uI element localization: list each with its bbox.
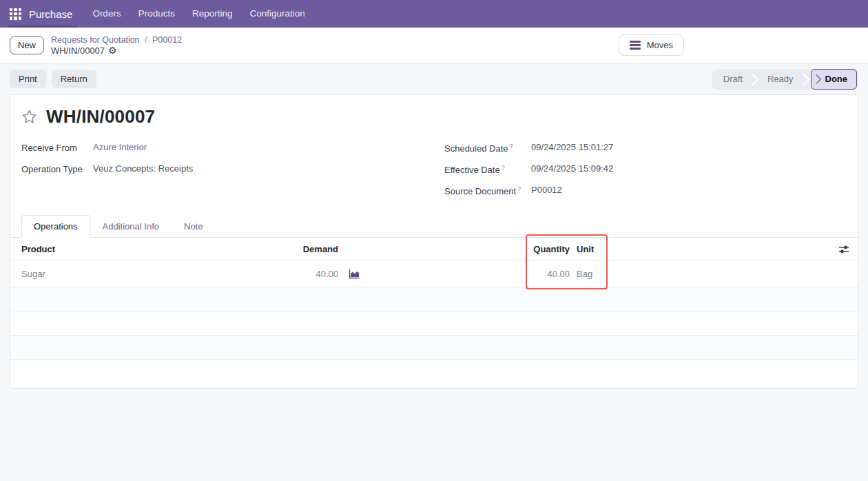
star-outline-icon[interactable] — [21, 109, 37, 125]
page-title: WH/IN/00007 — [46, 106, 155, 127]
operation-type-label: Operation Type — [21, 163, 93, 174]
source-document-label: Source Document? — [444, 185, 531, 196]
gear-icon[interactable]: ⚙ — [108, 45, 117, 55]
status-step-done-active[interactable]: Done — [811, 69, 858, 90]
form-action-bar: Print Return Draft Ready Done — [0, 63, 868, 94]
empty-table-row[interactable] — [10, 287, 858, 311]
help-icon[interactable]: ? — [510, 143, 513, 150]
area-chart-icon[interactable] — [338, 269, 370, 279]
source-document-value: P00012 — [531, 185, 562, 195]
help-icon[interactable]: ? — [517, 185, 521, 192]
column-header-unit[interactable]: Unit — [570, 244, 604, 254]
effective-date-label: Effective Date? — [444, 163, 531, 175]
nav-item-orders[interactable]: Orders — [90, 0, 123, 28]
fields-left-column: Receive From Azure Interior Operation Ty… — [21, 142, 444, 206]
tab-note[interactable]: Note — [172, 215, 215, 238]
cell-unit[interactable]: Bag — [570, 269, 604, 279]
table-header-row: Product Demand Quantity Unit — [10, 238, 858, 261]
operations-table: Product Demand Quantity Unit Sugar 40.00 — [10, 238, 858, 384]
status-chevron-icon — [750, 69, 760, 90]
new-button[interactable]: New — [10, 36, 44, 54]
app-brand-zone[interactable]: Purchase — [10, 0, 78, 28]
scheduled-date-label: Scheduled Date? — [444, 142, 531, 154]
sliders-icon[interactable] — [830, 244, 858, 255]
notebook-tabs: Operations Additional Info Note — [10, 215, 858, 238]
tab-additional-info[interactable]: Additional Info — [90, 215, 172, 238]
nav-item-products[interactable]: Products — [136, 0, 177, 28]
column-header-quantity[interactable]: Quantity — [515, 244, 570, 254]
return-button[interactable]: Return — [52, 70, 96, 88]
operation-type-value: Veuz Concepts: Receipts — [93, 163, 193, 174]
control-panel: New Requests for Quotation / P00012 WH/I… — [0, 28, 868, 63]
moves-smart-button[interactable]: Moves — [619, 34, 684, 56]
app-name[interactable]: Purchase — [29, 8, 72, 20]
empty-table-row[interactable] — [10, 311, 858, 336]
column-header-product[interactable]: Product — [21, 244, 297, 254]
nav-menu: Orders Products Reporting Configuration — [90, 0, 307, 28]
empty-rows — [10, 287, 858, 384]
form-sheet: WH/IN/00007 Receive From Azure Interior … — [10, 94, 858, 389]
help-icon[interactable]: ? — [502, 164, 505, 171]
status-bar: Draft Ready Done — [712, 69, 858, 90]
status-step-ready[interactable]: Ready — [760, 69, 801, 90]
receive-from-label: Receive From — [21, 142, 93, 153]
scheduled-date-value[interactable]: 09/24/2025 15:01:27 — [531, 142, 613, 152]
breadcrumb-separator: / — [145, 35, 147, 45]
empty-table-row[interactable] — [10, 336, 858, 360]
apps-menu-icon[interactable] — [10, 8, 21, 20]
column-header-demand[interactable]: Demand — [297, 244, 338, 254]
status-step-draft[interactable]: Draft — [716, 69, 750, 90]
status-chevron-icon — [801, 69, 811, 90]
cell-demand[interactable]: 40.00 — [297, 269, 338, 279]
fields-right-column: Scheduled Date? 09/24/2025 15:01:27 Effe… — [444, 142, 847, 206]
cell-quantity[interactable]: 40.00 — [515, 269, 570, 279]
table-row-sugar[interactable]: Sugar 40.00 40.00 Bag — [10, 261, 858, 287]
breadcrumb-requests-for-quotation[interactable]: Requests for Quotation — [51, 35, 140, 45]
tab-operations[interactable]: Operations — [21, 215, 90, 238]
print-button[interactable]: Print — [10, 70, 46, 88]
nav-item-configuration[interactable]: Configuration — [247, 0, 307, 28]
receive-from-value[interactable]: Azure Interior — [93, 142, 147, 152]
breadcrumb: Requests for Quotation / P00012 WH/IN/00… — [51, 35, 182, 56]
moves-button-label: Moves — [647, 40, 673, 50]
effective-date-value: 09/24/2025 15:09:42 — [531, 163, 613, 174]
nav-item-reporting[interactable]: Reporting — [190, 0, 235, 28]
breadcrumb-p00012[interactable]: P00012 — [152, 35, 182, 45]
breadcrumb-current-record: WH/IN/00007 — [51, 45, 105, 56]
top-navbar: Purchase Orders Products Reporting Confi… — [0, 0, 868, 28]
empty-table-row[interactable] — [10, 360, 858, 384]
stacked-bars-icon — [630, 41, 641, 50]
cell-product[interactable]: Sugar — [21, 269, 297, 279]
